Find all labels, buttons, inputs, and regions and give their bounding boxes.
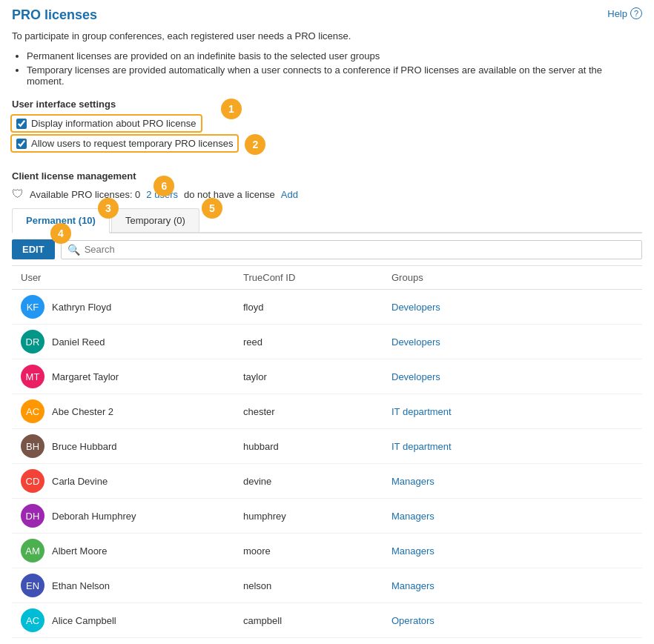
toolbar-row: 4 EDIT 🔍	[12, 233, 642, 266]
user-cell: CD Carla Devine	[21, 469, 243, 493]
avatar: DR	[21, 330, 44, 353]
checkbox-request-row: Allow users to request temporary PRO lic…	[12, 136, 237, 151]
col-groups: Groups	[392, 272, 633, 283]
table-row: EN Ethan Nelson nelson Managers	[12, 568, 642, 603]
user-name: Albert Moore	[52, 545, 107, 557]
table-body: KF Kathryn Floyd floyd Developers DR Dan…	[12, 290, 642, 638]
checkbox-display-row: Display information about PRO license	[12, 116, 201, 131]
avatar: BH	[21, 434, 44, 458]
user-name: Ethan Nelson	[52, 580, 110, 591]
trueconf-id: taylor	[243, 371, 392, 382]
table-row: CD Carla Devine devine Managers	[12, 464, 642, 499]
group-link[interactable]: Managers	[392, 476, 633, 487]
avatar: KF	[21, 295, 44, 319]
user-name: Carla Devine	[52, 476, 108, 487]
user-name: Kathryn Floyd	[52, 302, 111, 313]
avatar: CD	[21, 469, 44, 493]
avatar: DH	[21, 504, 44, 528]
user-name: Deborah Humphrey	[52, 511, 136, 522]
license-info-row: 🛡 Available PRO licenses: 0 6 2 users do…	[12, 187, 642, 201]
bullet-list: Permanent licenses are provided on an in…	[27, 50, 642, 87]
intro-text: To participate in group conferences, eac…	[12, 30, 642, 42]
user-name: Daniel Reed	[52, 336, 105, 348]
help-icon: ?	[630, 7, 642, 19]
col-trueconf-id: TrueConf ID	[243, 272, 392, 283]
table-row: KF Kathryn Floyd floyd Developers	[12, 290, 642, 325]
col-user: User	[21, 272, 243, 283]
client-license-title: Client license management	[12, 170, 642, 182]
trueconf-id: reed	[243, 336, 392, 348]
user-name: Margaret Taylor	[52, 371, 119, 382]
tab-temporary[interactable]: Temporary (0)	[111, 208, 199, 232]
trueconf-id: campbell	[243, 615, 392, 626]
available-text: Available PRO licenses: 0	[30, 189, 140, 200]
user-cell: BH Bruce Hubbard	[21, 434, 243, 458]
user-cell: MT Margaret Taylor	[21, 365, 243, 388]
avatar: AC	[21, 399, 44, 423]
checkbox-display-label: Display information about PRO license	[31, 118, 196, 129]
ui-settings-title: User interface settings	[12, 99, 642, 110]
no-license-text: do not have a license	[184, 189, 275, 200]
group-link[interactable]: Developers	[392, 371, 633, 382]
user-name: Alice Campbell	[52, 615, 116, 626]
shield-icon: 🛡	[12, 187, 24, 201]
table-row: AM Albert Moore moore Managers	[12, 534, 642, 568]
user-cell: AM Albert Moore	[21, 539, 243, 562]
table-row: MT Margaret Taylor taylor Developers	[12, 359, 642, 394]
ui-settings-section: User interface settings 1 Display inform…	[12, 99, 642, 156]
group-link[interactable]: Managers	[392, 511, 633, 522]
user-cell: KF Kathryn Floyd	[21, 295, 243, 319]
search-wrap: 🔍	[61, 240, 642, 259]
table-row: DR Daniel Reed reed Developers	[12, 325, 642, 359]
group-link[interactable]: IT department	[392, 406, 633, 417]
user-cell: DR Daniel Reed	[21, 330, 243, 353]
table-header: User TrueConf ID Groups	[12, 266, 642, 290]
annotation-2: 2	[245, 134, 265, 155]
trueconf-id: humphrey	[243, 511, 392, 522]
search-icon: 🔍	[67, 244, 80, 256]
trueconf-id: floyd	[243, 302, 392, 313]
group-link[interactable]: Developers	[392, 336, 633, 348]
trueconf-id: moore	[243, 545, 392, 557]
client-license-section: Client license management 🛡 Available PR…	[12, 170, 642, 638]
user-cell: AC Alice Campbell	[21, 608, 243, 632]
edit-button[interactable]: EDIT	[12, 239, 55, 259]
table-row: BH Bruce Hubbard hubbard IT department	[12, 429, 642, 464]
bullet-temporary: Temporary licenses are provided automati…	[27, 64, 642, 87]
group-link[interactable]: Managers	[392, 580, 633, 591]
bullet-permanent: Permanent licenses are provided on an in…	[27, 50, 642, 62]
trueconf-id: devine	[243, 476, 392, 487]
user-cell: DH Deborah Humphrey	[21, 504, 243, 528]
table-row: AC Abe Chester 2 chester IT department	[12, 394, 642, 429]
add-link[interactable]: Add	[281, 189, 298, 200]
users-link[interactable]: 2 users	[146, 189, 178, 200]
annotation-5: 5	[202, 198, 222, 219]
user-name: Bruce Hubbard	[52, 441, 116, 452]
checkbox-request[interactable]	[16, 139, 27, 149]
user-cell: AC Abe Chester 2	[21, 399, 243, 423]
tabs-row: 3 5 Permanent (10) Temporary (0)	[12, 208, 642, 233]
user-name: Abe Chester 2	[52, 406, 113, 417]
group-link[interactable]: IT department	[392, 441, 633, 452]
page-title: PRO licenses	[12, 7, 642, 23]
help-label: Help	[607, 8, 627, 19]
group-link[interactable]: Operators	[392, 615, 633, 626]
checkbox-request-label: Allow users to request temporary PRO lic…	[31, 138, 233, 149]
avatar: AC	[21, 608, 44, 632]
tab-permanent[interactable]: Permanent (10)	[12, 208, 110, 233]
group-link[interactable]: Managers	[392, 545, 633, 557]
checkbox-display[interactable]	[16, 119, 27, 129]
trueconf-id: hubbard	[243, 441, 392, 452]
table-row: AC Alice Campbell campbell Operators	[12, 603, 642, 638]
help-link[interactable]: Help ?	[607, 7, 642, 19]
avatar: MT	[21, 365, 44, 388]
avatar: AM	[21, 539, 44, 562]
trueconf-id: nelson	[243, 580, 392, 591]
group-link[interactable]: Developers	[392, 302, 633, 313]
search-input[interactable]	[85, 244, 635, 255]
avatar: EN	[21, 574, 44, 597]
table-row: DH Deborah Humphrey humphrey Managers	[12, 499, 642, 534]
users-table: User TrueConf ID Groups KF Kathryn Floyd…	[12, 266, 642, 638]
user-cell: EN Ethan Nelson	[21, 574, 243, 597]
trueconf-id: chester	[243, 406, 392, 417]
